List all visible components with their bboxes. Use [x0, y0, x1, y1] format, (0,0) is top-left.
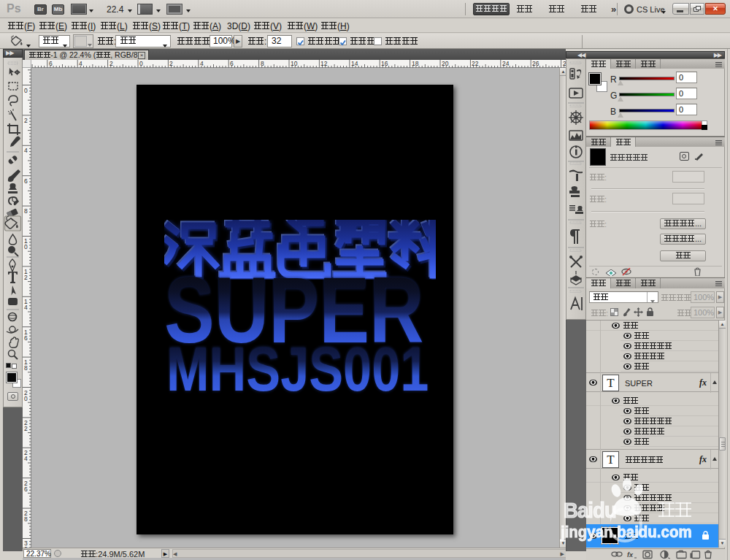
svg-text:18: 18 — [412, 60, 419, 67]
svg-text:4: 4 — [24, 304, 28, 311]
svg-text:2: 2 — [24, 274, 28, 281]
svg-text:4: 4 — [200, 60, 204, 67]
svg-text:24: 24 — [502, 60, 510, 67]
svg-text:4: 4 — [24, 455, 28, 462]
svg-text:8: 8 — [24, 364, 28, 372]
svg-text:0: 0 — [24, 395, 28, 402]
svg-text:0: 0 — [24, 243, 28, 250]
svg-text:22: 22 — [472, 60, 479, 67]
svg-text:8: 8 — [24, 515, 28, 523]
svg-text:fx: fx — [627, 551, 634, 559]
svg-text:12: 12 — [320, 60, 328, 67]
svg-text:6: 6 — [49, 60, 53, 67]
svg-text:6: 6 — [24, 486, 28, 493]
svg-text:8: 8 — [261, 60, 264, 67]
svg-text:2: 2 — [24, 425, 28, 432]
svg-text:6: 6 — [24, 177, 28, 185]
svg-text:6: 6 — [24, 334, 28, 342]
svg-text:4: 4 — [79, 60, 82, 67]
svg-text:0: 0 — [139, 60, 143, 67]
svg-text:2: 2 — [110, 60, 113, 67]
svg-text:2: 2 — [24, 117, 28, 124]
svg-text:8: 8 — [24, 207, 28, 215]
svg-text:20: 20 — [442, 60, 449, 67]
svg-text:6: 6 — [230, 60, 234, 67]
svg-text:16: 16 — [381, 60, 388, 67]
svg-text:4: 4 — [24, 147, 28, 154]
svg-text:2: 2 — [169, 60, 173, 67]
svg-text:10: 10 — [291, 60, 298, 67]
svg-text:0: 0 — [24, 87, 28, 94]
svg-text:14: 14 — [351, 60, 358, 67]
svg-text:26: 26 — [532, 60, 539, 67]
